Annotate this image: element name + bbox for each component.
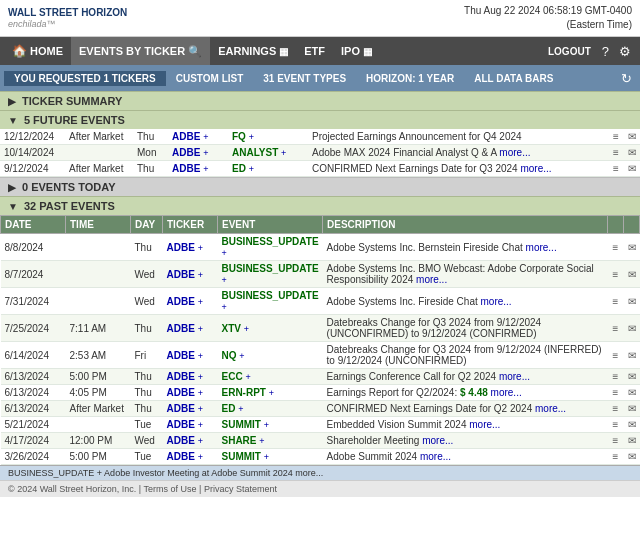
cell-icon2[interactable]: ✉ xyxy=(624,315,640,342)
nav-help[interactable]: ? xyxy=(597,37,614,65)
cell-day: Thu xyxy=(131,369,163,385)
filter-event-types[interactable]: 31 EVENT TYPES xyxy=(253,71,356,86)
nav-events-by-ticker[interactable]: EVENTS BY TICKER 🔍 xyxy=(71,37,210,65)
cell-event[interactable]: BUSINESS_UPDATE + xyxy=(218,261,323,288)
cell-icon1[interactable]: ≡ xyxy=(608,261,624,288)
ticker-summary-header[interactable]: ▶ TICKER SUMMARY xyxy=(0,91,640,110)
past-events-header[interactable]: ▼ 32 PAST EVENTS xyxy=(0,196,640,215)
cell-icon2[interactable]: ✉ xyxy=(624,161,640,177)
cell-date: 7/25/2024 xyxy=(1,315,66,342)
cell-time xyxy=(66,261,131,288)
nav-home[interactable]: 🏠 HOME xyxy=(4,37,71,65)
cell-icon2[interactable]: ✉ xyxy=(624,261,640,288)
cell-ticker[interactable]: ADBE + xyxy=(163,385,218,401)
cell-icon2[interactable]: ✉ xyxy=(624,342,640,369)
cell-ticker[interactable]: ADBE + xyxy=(163,401,218,417)
cell-ticker[interactable]: ADBE + xyxy=(163,369,218,385)
cell-icon2[interactable]: ✉ xyxy=(624,145,640,161)
cell-icon1[interactable]: ≡ xyxy=(608,401,624,417)
cell-icon2[interactable]: ✉ xyxy=(624,385,640,401)
nav-earnings[interactable]: EARNINGS ▦ xyxy=(210,37,296,65)
filter-data-bars[interactable]: ALL DATA BARS xyxy=(464,71,563,86)
cell-ticker[interactable]: ADBE + xyxy=(163,288,218,315)
cell-icon1[interactable]: ≡ xyxy=(608,234,624,261)
cell-day: Thu xyxy=(133,161,168,177)
ipo-grid-icon: ▦ xyxy=(363,46,372,57)
cell-ticker[interactable]: ADBE + xyxy=(163,449,218,465)
cell-event[interactable]: SHARE + xyxy=(218,433,323,449)
cell-time: 2:53 AM xyxy=(66,342,131,369)
cell-ticker[interactable]: ADBE + xyxy=(163,342,218,369)
filter-tickers[interactable]: YOU REQUESTED 1 TICKERS xyxy=(4,71,166,86)
column-header-ticker: TICKER xyxy=(163,216,218,234)
cell-ticker[interactable]: ADBE + xyxy=(163,261,218,288)
cell-event[interactable]: BUSINESS_UPDATE + xyxy=(218,288,323,315)
cell-day: Thu xyxy=(133,129,168,145)
cell-desc: Datebreaks Change for Q3 2024 from 9/12/… xyxy=(323,342,608,369)
cell-date: 8/7/2024 xyxy=(1,261,66,288)
cell-desc: CONFIRMED Next Earnings Date for Q3 2024… xyxy=(308,161,608,177)
cell-day: Mon xyxy=(133,145,168,161)
cell-icon2[interactable]: ✉ xyxy=(624,417,640,433)
cell-event[interactable]: ECC + xyxy=(218,369,323,385)
nav-settings[interactable]: ⚙ xyxy=(614,37,636,65)
cell-icon1[interactable]: ≡ xyxy=(608,433,624,449)
nav-ipo[interactable]: IPO ▦ xyxy=(333,37,380,65)
nav-logout[interactable]: LOGOUT xyxy=(542,37,597,65)
cell-event[interactable]: ANALYST + xyxy=(228,145,308,161)
past-event-row: 8/8/2024 Thu ADBE + BUSINESS_UPDATE + Ad… xyxy=(1,234,640,261)
cell-day: Thu xyxy=(131,234,163,261)
cell-icon2[interactable]: ✉ xyxy=(624,449,640,465)
future-event-row: 12/12/2024 After Market Thu ADBE + FQ + … xyxy=(0,129,640,145)
future-events-header[interactable]: ▼ 5 FUTURE EVENTS xyxy=(0,110,640,129)
cell-icon1[interactable]: ≡ xyxy=(608,161,624,177)
cell-ticker[interactable]: ADBE + xyxy=(163,234,218,261)
cell-event[interactable]: XTV + xyxy=(218,315,323,342)
cell-ticker[interactable]: ADBE + xyxy=(163,315,218,342)
cell-event[interactable]: NQ + xyxy=(218,342,323,369)
filter-horizon[interactable]: HORIZON: 1 YEAR xyxy=(356,71,464,86)
cell-event[interactable]: SUMMIT + xyxy=(218,449,323,465)
cell-icon2[interactable]: ✉ xyxy=(624,288,640,315)
refresh-icon[interactable]: ↻ xyxy=(617,71,636,86)
cell-icon1[interactable]: ≡ xyxy=(608,449,624,465)
cell-icon1[interactable]: ≡ xyxy=(608,288,624,315)
cell-desc: Embedded Vision Summit 2024 more... xyxy=(323,417,608,433)
cell-icon2[interactable]: ✉ xyxy=(624,129,640,145)
today-events-header[interactable]: ▶ 0 EVENTS TODAY xyxy=(0,177,640,196)
cell-icon1[interactable]: ≡ xyxy=(608,129,624,145)
cell-event[interactable]: FQ + xyxy=(228,129,308,145)
cell-ticker[interactable]: ADBE + xyxy=(168,145,228,161)
cell-icon2[interactable]: ✉ xyxy=(624,369,640,385)
cell-icon1[interactable]: ≡ xyxy=(608,385,624,401)
cell-event[interactable]: ED + xyxy=(218,401,323,417)
column-header-date: DATE xyxy=(1,216,66,234)
past-event-row: 4/17/2024 12:00 PM Wed ADBE + SHARE + Sh… xyxy=(1,433,640,449)
cell-ticker[interactable]: ADBE + xyxy=(168,129,228,145)
cell-ticker[interactable]: ADBE + xyxy=(168,161,228,177)
cell-ticker[interactable]: ADBE + xyxy=(163,417,218,433)
cell-day: Wed xyxy=(131,433,163,449)
nav-etf[interactable]: ETF xyxy=(296,37,333,65)
cell-day: Fri xyxy=(131,342,163,369)
cell-event[interactable]: ERN-RPT + xyxy=(218,385,323,401)
cell-icon1[interactable]: ≡ xyxy=(608,342,624,369)
cell-icon1[interactable]: ≡ xyxy=(608,145,624,161)
cell-icon1[interactable]: ≡ xyxy=(608,417,624,433)
cell-event[interactable]: ED + xyxy=(228,161,308,177)
cell-icon1[interactable]: ≡ xyxy=(608,315,624,342)
cell-ticker[interactable]: ADBE + xyxy=(163,433,218,449)
cell-event[interactable]: BUSINESS_UPDATE + xyxy=(218,234,323,261)
search-icon[interactable]: 🔍 xyxy=(188,45,202,58)
cell-date: 6/13/2024 xyxy=(1,385,66,401)
cell-icon2[interactable]: ✉ xyxy=(624,433,640,449)
cell-icon2[interactable]: ✉ xyxy=(624,401,640,417)
filter-custom-list[interactable]: CUSTOM LIST xyxy=(166,71,254,86)
column-header-time: TIME xyxy=(66,216,131,234)
cell-time: 5:00 PM xyxy=(66,369,131,385)
cell-desc: Adobe MAX 2024 Financial Analyst Q & A m… xyxy=(308,145,608,161)
cell-icon1[interactable]: ≡ xyxy=(608,369,624,385)
cell-icon2[interactable]: ✉ xyxy=(624,234,640,261)
column-header-description: DESCRIPTION xyxy=(323,216,608,234)
cell-event[interactable]: SUMMIT + xyxy=(218,417,323,433)
